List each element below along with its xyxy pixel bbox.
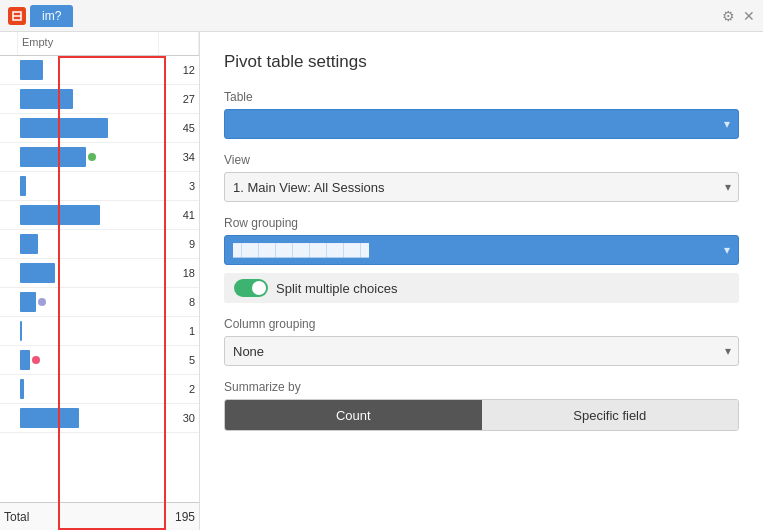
pivot-bar-cell	[18, 317, 159, 345]
pivot-body[interactable]: 12274534341918815230	[0, 56, 199, 502]
bar-inner	[20, 205, 100, 225]
pivot-row-label	[0, 56, 18, 84]
pivot-bar-cell	[18, 201, 159, 229]
pivot-bar-cell	[18, 288, 159, 316]
table-row: 34	[0, 143, 199, 172]
pivot-bar-header: Empty	[18, 32, 159, 55]
table-row: 5	[0, 346, 199, 375]
pivot-bar-cell	[18, 375, 159, 403]
pivot-header-row: Empty	[0, 32, 199, 56]
table-row: 45	[0, 114, 199, 143]
pivot-bar-cell	[18, 85, 159, 113]
settings-panel: Pivot table settings Table ▾ View 1. Mai…	[200, 32, 763, 530]
pivot-count-cell: 34	[159, 143, 199, 171]
pivot-bar-cell	[18, 259, 159, 287]
column-grouping-select-wrapper: None	[224, 336, 739, 366]
total-row: Total 195	[0, 502, 199, 530]
table-row: 18	[0, 259, 199, 288]
table-row: 9	[0, 230, 199, 259]
gear-icon[interactable]: ⚙	[722, 8, 735, 24]
pivot-bar-cell	[18, 230, 159, 258]
pivot-count-cell: 5	[159, 346, 199, 374]
pivot-row-label	[0, 404, 18, 432]
split-label: Split multiple choices	[276, 281, 397, 296]
bar-inner	[20, 176, 26, 196]
summarize-specific-button[interactable]: Specific field	[482, 400, 739, 430]
bar-inner	[20, 321, 22, 341]
pivot-count-cell: 18	[159, 259, 199, 287]
settings-title: Pivot table settings	[224, 52, 739, 72]
pivot-count-cell: 41	[159, 201, 199, 229]
pivot-count-cell: 9	[159, 230, 199, 258]
pivot-bar-cell	[18, 172, 159, 200]
column-grouping-select[interactable]: None	[224, 336, 739, 366]
pivot-count-header	[159, 32, 199, 55]
top-bar: im? ⚙ ✕	[0, 0, 763, 32]
pivot-row-label	[0, 114, 18, 142]
pivot-row-label	[0, 172, 18, 200]
table-row: 8	[0, 288, 199, 317]
bar-inner	[20, 292, 36, 312]
pivot-count-cell: 12	[159, 56, 199, 84]
table-select-arrow: ▾	[724, 117, 730, 131]
bar-inner	[20, 60, 43, 80]
pivot-count-cell: 2	[159, 375, 199, 403]
table-row: 27	[0, 85, 199, 114]
bar-inner	[20, 350, 30, 370]
pivot-row-label	[0, 85, 18, 113]
table-row: 2	[0, 375, 199, 404]
pivot-bar-cell	[18, 404, 159, 432]
bar-inner	[20, 118, 108, 138]
pivot-count-cell: 1	[159, 317, 199, 345]
close-icon[interactable]: ✕	[743, 8, 755, 24]
summarize-section: Summarize by Count Specific field	[224, 380, 739, 431]
pivot-bar-cell	[18, 346, 159, 374]
split-toggle[interactable]	[234, 279, 268, 297]
row-grouping-label: Row grouping	[224, 216, 739, 230]
pivot-row-label	[0, 375, 18, 403]
pivot-row-label	[0, 201, 18, 229]
total-value: 195	[175, 510, 195, 524]
bar-inner	[20, 263, 55, 283]
view-select-wrapper: 1. Main View: All Sessions	[224, 172, 739, 202]
bar-dot	[38, 298, 46, 306]
row-grouping-arrow: ▾	[724, 243, 730, 257]
row-grouping-section: Row grouping ████████████████ ▾ Split mu…	[224, 216, 739, 303]
pivot-bar-cell	[18, 143, 159, 171]
bar-inner	[20, 147, 86, 167]
active-tab[interactable]: im?	[30, 5, 73, 27]
table-row: 12	[0, 56, 199, 85]
bar-dot	[88, 153, 96, 161]
pivot-count-cell: 27	[159, 85, 199, 113]
bar-inner	[20, 408, 79, 428]
summarize-label: Summarize by	[224, 380, 739, 394]
split-toggle-row: Split multiple choices	[224, 273, 739, 303]
view-select[interactable]: 1. Main View: All Sessions	[224, 172, 739, 202]
pivot-row-label	[0, 230, 18, 258]
total-label: Total	[4, 510, 175, 524]
table-row: 30	[0, 404, 199, 433]
pivot-row-label	[0, 317, 18, 345]
main-content: Empty 12274534341918815230 Total 195 Piv…	[0, 32, 763, 530]
table-row: 3	[0, 172, 199, 201]
view-label: View	[224, 153, 739, 167]
table-label: Table	[224, 90, 739, 104]
table-section: Table ▾	[224, 90, 739, 139]
pivot-row-label	[0, 346, 18, 374]
table-select[interactable]: ▾	[224, 109, 739, 139]
row-grouping-select[interactable]: ████████████████ ▾	[224, 235, 739, 265]
bar-inner	[20, 234, 38, 254]
summarize-row: Count Specific field	[224, 399, 739, 431]
view-section: View 1. Main View: All Sessions	[224, 153, 739, 202]
pivot-count-cell: 3	[159, 172, 199, 200]
bar-dot	[32, 356, 40, 364]
summarize-count-button[interactable]: Count	[225, 400, 482, 430]
pivot-panel: Empty 12274534341918815230 Total 195	[0, 32, 200, 530]
pivot-bar-cell	[18, 56, 159, 84]
pivot-count-cell: 45	[159, 114, 199, 142]
app-logo	[8, 7, 26, 25]
bar-inner	[20, 379, 24, 399]
pivot-count-cell: 30	[159, 404, 199, 432]
bar-inner	[20, 89, 73, 109]
table-row: 1	[0, 317, 199, 346]
